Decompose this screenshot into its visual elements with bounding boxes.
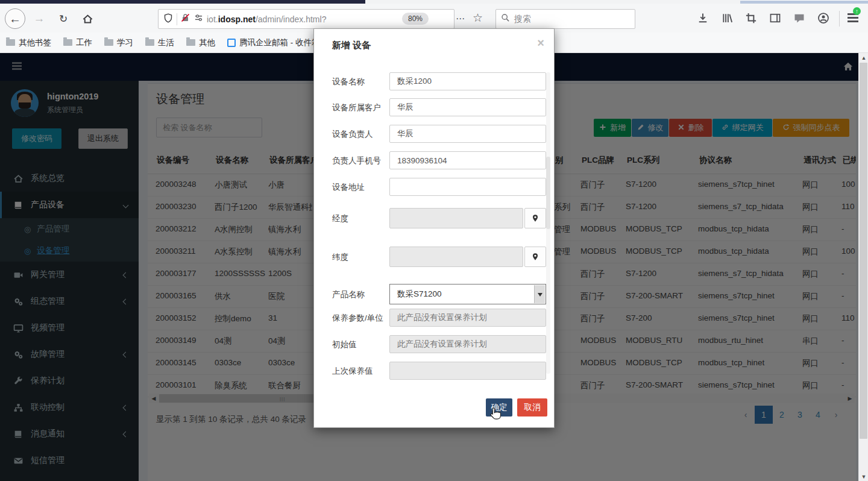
back-button[interactable]: ←	[5, 8, 25, 29]
account-icon[interactable]	[817, 12, 831, 25]
url-text: iot.idosp.net/admin/index.html?	[207, 14, 326, 24]
field-label: 产品名称	[332, 289, 365, 300]
field-label: 负责人手机号	[332, 156, 381, 166]
zoom-level-badge[interactable]: 80%	[402, 13, 429, 25]
field-input-设备名称[interactable]: 数采1200	[389, 72, 546, 90]
field-input-设备地址[interactable]	[389, 178, 546, 196]
add-device-modal: 新增 设备 × 设备名称数采1200设备所属客户华辰设备负责人华辰负责人手机号1…	[313, 28, 555, 428]
folder-icon	[6, 39, 15, 46]
shield-icon[interactable]	[163, 13, 173, 25]
modal-title: 新增 设备	[332, 40, 371, 51]
bookmark-item[interactable]: 腾讯企业邮箱 - 收件箱	[227, 37, 320, 48]
bookmark-item[interactable]: 工作	[63, 37, 92, 48]
bookmark-label: 工作	[76, 37, 92, 48]
sidebar-toggle-icon[interactable]	[769, 12, 782, 25]
field-input-纬度	[389, 247, 523, 267]
field-label: 设备负责人	[332, 129, 373, 140]
field-input-保养参数/单位: 此产品没有设置保养计划	[389, 309, 546, 327]
bookmark-label: 腾讯企业邮箱 - 收件箱	[239, 37, 320, 48]
divider	[839, 11, 840, 27]
field-input-设备所属客户[interactable]: 华辰	[389, 98, 546, 116]
field-label: 上次保养值	[332, 366, 373, 377]
field-input-负责人手机号[interactable]: 18390936104	[389, 151, 546, 169]
field-label: 初始值	[332, 339, 357, 350]
field-input-上次保养值	[389, 362, 546, 380]
field-input-设备负责人[interactable]: 华辰	[389, 125, 546, 143]
field-label: 设备名称	[332, 77, 365, 87]
folder-icon	[145, 39, 154, 46]
search-icon	[501, 13, 510, 25]
modal-footer: 确定 取消	[314, 389, 554, 427]
tencent-mail-icon	[227, 39, 236, 47]
pocket-bubble-icon[interactable]	[793, 12, 807, 25]
divider	[177, 13, 177, 25]
bookmark-item[interactable]: 其他书签	[6, 37, 51, 48]
map-pin-icon[interactable]	[524, 247, 546, 267]
scrollbar-thumb[interactable]	[860, 63, 867, 439]
screenshot-icon[interactable]	[745, 12, 758, 25]
browser-search-input[interactable]: 搜索	[495, 9, 635, 29]
bookmark-label: 生活	[158, 37, 174, 48]
close-icon[interactable]: ×	[537, 36, 544, 50]
field-label: 纬度	[332, 252, 348, 263]
insecure-lock-icon[interactable]	[181, 13, 190, 25]
url-bar[interactable]: iot.idosp.net/admin/index.html? 80%	[158, 9, 454, 29]
field-label: 经度	[332, 213, 348, 224]
bookmark-item[interactable]: 学习	[104, 37, 133, 48]
folder-icon	[186, 39, 195, 46]
browser-home-button[interactable]	[78, 10, 96, 28]
forward-button[interactable]: →	[30, 10, 48, 28]
map-pin-icon[interactable]	[524, 208, 546, 228]
scroll-down-icon[interactable]: ▼	[859, 473, 868, 481]
bookmark-label: 其他	[199, 37, 215, 48]
modal-scrollbar[interactable]	[546, 72, 550, 374]
search-placeholder: 搜索	[514, 14, 531, 25]
bookmark-label: 学习	[117, 37, 133, 48]
field-label: 设备地址	[332, 182, 365, 193]
select-value: 数采S71200	[397, 289, 442, 300]
field-input-初始值: 此产品没有设置保养计划	[389, 335, 546, 353]
chevron-down-icon[interactable]	[534, 285, 545, 303]
field-label: 保养参数/单位	[332, 313, 383, 324]
permissions-icon[interactable]	[194, 13, 203, 25]
folder-icon	[104, 39, 113, 46]
cancel-button[interactable]: 取消	[517, 398, 547, 417]
update-badge-icon: ↑	[853, 7, 861, 15]
library-icon[interactable]	[721, 12, 734, 25]
bookmark-label: 其他书签	[19, 37, 51, 48]
bookmark-item[interactable]: 其他	[186, 37, 215, 48]
product-name-select[interactable]: 数采S71200	[389, 284, 546, 304]
download-icon[interactable]	[697, 12, 710, 25]
bookmark-star-icon[interactable]: ☆	[473, 11, 483, 25]
bookmark-item[interactable]: 生活	[145, 37, 174, 48]
field-input-经度	[389, 208, 523, 228]
mouse-cursor	[488, 406, 503, 424]
page-actions-icon[interactable]: ⋯	[456, 13, 465, 24]
scroll-up-icon[interactable]: ▲	[859, 54, 868, 62]
field-label: 设备所属客户	[332, 102, 381, 113]
folder-icon	[63, 39, 72, 46]
reload-button[interactable]: ↻	[54, 10, 72, 28]
browser-vertical-scrollbar[interactable]: ▲ ▼	[858, 53, 868, 481]
